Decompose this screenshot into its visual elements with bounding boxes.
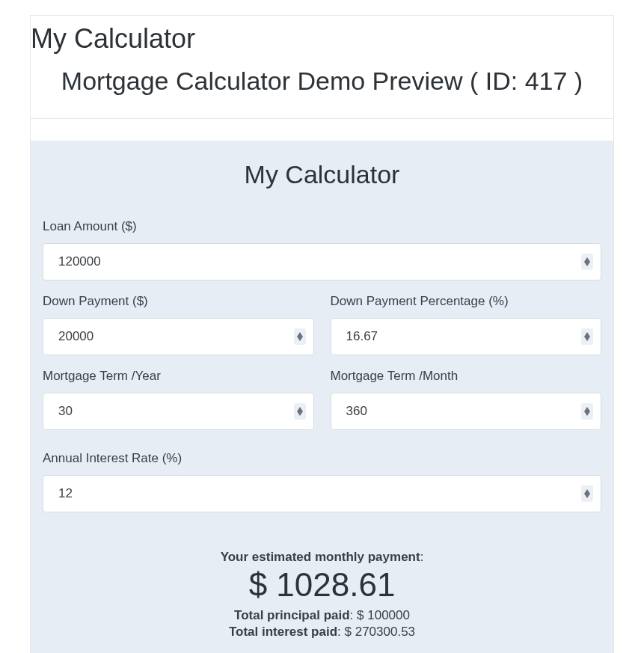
interest-rate-label: Annual Interest Rate (%) (43, 451, 601, 466)
loan-amount-label: Loan Amount ($) (43, 219, 601, 234)
chevron-down-icon (584, 411, 590, 416)
term-month-label: Mortgage Term /Month (331, 369, 602, 384)
down-payment-pct-input[interactable] (346, 329, 586, 344)
chevron-down-icon (297, 337, 303, 341)
chevron-down-icon (584, 494, 590, 498)
chevron-down-icon (584, 337, 590, 341)
interest-rate-input-wrap[interactable] (43, 475, 601, 512)
term-year-stepper[interactable] (294, 403, 306, 420)
chevron-down-icon (297, 411, 303, 416)
results-block: Your estimated monthly payment: $ 1028.6… (43, 550, 601, 640)
down-payment-input-wrap[interactable] (43, 318, 314, 355)
chevron-down-icon (584, 262, 590, 266)
calculator-title: My Calculator (43, 160, 601, 189)
term-month-stepper[interactable] (581, 403, 593, 420)
loan-amount-stepper[interactable] (581, 254, 593, 270)
down-payment-stepper[interactable] (294, 328, 306, 345)
demo-preview-title: Mortgage Calculator Demo Preview ( ID: 4… (31, 67, 613, 96)
principal-line: Total principal paid: $ 100000 (43, 608, 601, 623)
down-payment-input[interactable] (58, 329, 298, 344)
interest-rate-input[interactable] (58, 486, 586, 501)
page-title: My Calculator (31, 16, 613, 55)
term-year-input-wrap[interactable] (43, 393, 314, 430)
down-payment-pct-input-wrap[interactable] (331, 318, 602, 355)
estimated-label: Your estimated monthly payment: (43, 550, 601, 565)
divider (31, 118, 613, 141)
term-year-label: Mortgage Term /Year (43, 369, 314, 384)
term-year-input[interactable] (58, 404, 298, 419)
term-month-input-wrap[interactable] (331, 393, 602, 430)
loan-amount-input[interactable] (58, 254, 586, 269)
calculator-panel: My Calculator Loan Amount ($) Down Payme… (31, 141, 613, 653)
down-payment-pct-stepper[interactable] (581, 328, 593, 345)
interest-line: Total interest paid: $ 270300.53 (43, 625, 601, 640)
monthly-payment-value: $ 1028.61 (43, 566, 601, 604)
loan-amount-input-wrap[interactable] (43, 243, 601, 280)
interest-rate-stepper[interactable] (581, 485, 593, 502)
down-payment-label: Down Payment ($) (43, 294, 314, 309)
down-payment-pct-label: Down Payment Percentage (%) (331, 294, 602, 309)
term-month-input[interactable] (346, 404, 586, 419)
